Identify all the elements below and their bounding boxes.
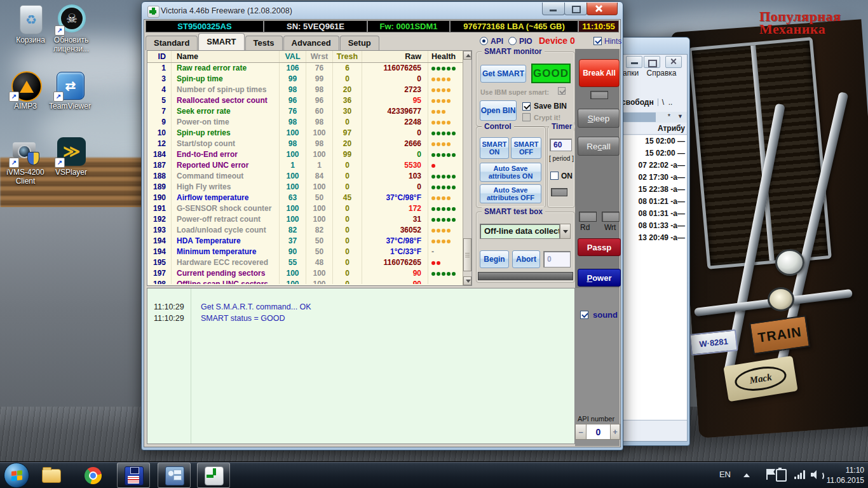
table-row[interactable]: 188Command timeout100840103 [147,171,471,182]
ibm-smart-checkbox[interactable] [558,87,566,95]
table-row[interactable]: 1Raw read error rate106766116076265 [147,63,471,74]
abort-button[interactable]: Abort [512,250,540,268]
test-type-combobox[interactable]: Off-line data collect [480,224,571,239]
desktop-icon-update-license[interactable]: ☠↗ Обновить лицензи... [42,4,100,53]
table-row[interactable]: 194HDA Temperature3750037°C/98°F [147,236,471,247]
table-row[interactable]: 193Load/unload cycle count8282036052 [147,225,471,236]
desktop-icon-teamviewer[interactable]: ⇄↗ TeamViewer [41,70,99,111]
minimize-button[interactable] [542,3,565,15]
file-manager-window[interactable]: апки Справка свободн\ .. * ▼ Атрибу 15 0… [614,37,690,446]
fm-close-button[interactable] [665,56,682,68]
fm-menu-item[interactable]: апки [623,69,639,78]
smart-off-button[interactable]: SMART OFF [511,137,541,159]
open-bin-button[interactable]: Open BIN [480,100,517,121]
timer-value-field[interactable]: 60 [550,139,572,151]
test-count-field[interactable]: 0 [543,251,571,268]
fm-path-bar[interactable]: * ▼ [617,112,687,123]
table-row[interactable]: 9Power-on time989802248 [147,117,471,128]
start-button[interactable] [4,463,29,488]
tray-device-icon[interactable] [776,469,787,482]
volume-icon[interactable] [811,470,822,479]
scroll-up-button[interactable] [463,51,471,60]
taskbar-utility-app-button[interactable] [158,463,191,488]
table-row[interactable]: 190Airflow temperature63504537°C/98°F [147,193,471,203]
table-row[interactable]: 3Spin-up time999900 [147,74,471,85]
table-row[interactable]: 5Reallocated sector count96963695 [147,95,471,106]
file-row[interactable]: 02 17:30 -a— [617,172,687,184]
taskbar-clock[interactable]: 11:10 11.06.2015 [825,465,864,485]
sleep-button[interactable]: Sleep [578,109,620,128]
tab-smart[interactable]: SMART [198,33,244,50]
table-scrollbar[interactable] [463,51,471,285]
column-header-val[interactable]: VAL [280,51,306,62]
column-header-tresh[interactable]: Tresh [333,51,362,62]
column-header-name[interactable]: Name [172,51,280,62]
autosave-off-button[interactable]: Auto Save attributes OFF [480,184,541,203]
language-indicator[interactable]: EN [719,470,731,479]
scrollbar-thumb[interactable] [463,238,471,271]
action-center-icon[interactable] [766,469,768,480]
fm-menu-item[interactable]: Справка [646,69,676,78]
taskbar-explorer-button[interactable] [41,465,62,485]
save-bin-checkbox[interactable] [522,102,531,111]
api-radio[interactable] [480,37,488,45]
fm-up-button[interactable]: .. [668,98,673,107]
fm-star[interactable]: * [668,112,670,120]
hints-checkbox[interactable] [593,37,602,45]
fm-minimize-button[interactable] [626,56,642,68]
power-button[interactable]: Power [578,269,621,287]
file-row[interactable]: 08 01:21 -a— [617,196,687,208]
table-row[interactable]: 198Offline scan UNC sectors100100090 [147,279,471,284]
fm-menubar[interactable]: апки Справка [617,69,687,79]
timer-on-checkbox[interactable] [550,172,559,180]
table-row[interactable]: 189High Fly writes10010000 [147,182,471,193]
fm-file-list[interactable]: 15 02:00 —15 02:00 —07 22:02 -a—02 17:30… [617,135,687,419]
table-row[interactable]: 191G-SENSOR shock counter1001000172 [147,203,471,214]
get-smart-button[interactable]: Get SMART [480,65,526,83]
crypt-checkbox[interactable] [522,113,531,121]
tab-tests[interactable]: Tests [245,36,283,50]
table-row[interactable]: 197Current pending sectors100100090 [147,268,471,279]
table-row[interactable]: 192Power-off retract count100100031 [147,214,471,225]
table-row[interactable]: 10Spin-up retries100100970 [147,128,471,139]
network-icon[interactable] [794,470,806,479]
api-number-decrement[interactable]: – [575,424,587,440]
tab-standard[interactable]: Standard [146,36,198,50]
table-row[interactable]: 184End-to-End error100100990 [147,149,471,160]
maximize-button[interactable] [564,3,587,15]
column-header-raw[interactable]: Raw [362,51,428,62]
file-row[interactable]: 08 01:33 -a— [617,220,687,232]
table-row[interactable]: 12Start/stop count9898202666 [147,139,471,149]
fm-maximize-button[interactable] [644,56,660,68]
column-header-id[interactable]: ID [147,51,172,62]
file-row[interactable]: 08 01:31 -a— [617,208,687,220]
begin-button[interactable]: Begin [480,250,509,268]
file-row[interactable]: 13 20:49 -a— [617,232,687,244]
combo-dropdown-button[interactable] [560,224,571,239]
desktop-icon-vsplayer[interactable]: ≫↗ VSPlayer [42,136,100,177]
pio-radio[interactable] [508,37,517,45]
smart-on-button[interactable]: SMART ON [480,137,509,159]
file-row[interactable]: 15 02:00 — [617,147,687,159]
column-header-health[interactable]: Health [428,51,464,62]
table-row[interactable]: 187Reported UNC error1105530 [147,160,471,171]
table-row[interactable]: 4Number of spin-up times9898202723 [147,85,471,95]
scroll-down-button[interactable] [463,276,471,285]
table-row[interactable]: 7Seek error rate76603042339677 [147,106,471,117]
taskbar-chrome-button[interactable] [83,465,104,485]
file-row[interactable]: 15 22:38 -a— [617,184,687,196]
taskbar-victoria-button[interactable] [197,463,230,488]
column-header-wrst[interactable]: Wrst [306,51,333,62]
taskbar-floppy-app-button[interactable] [117,463,150,488]
fm-root-button[interactable]: \ [662,98,664,107]
file-row[interactable]: 07 22:02 -a— [617,159,687,172]
fm-dropdown-icon[interactable]: ▼ [677,113,683,119]
break-all-button[interactable]: Break All [579,59,620,87]
tab-setup[interactable]: Setup [340,36,379,50]
fm-column-header-attributes[interactable]: Атрибу [617,124,687,135]
autosave-on-button[interactable]: Auto Save attributes ON [480,163,541,182]
file-row[interactable]: 15 02:00 — [617,135,687,147]
victoria-window[interactable]: Victoria 4.46b Freeware (12.08.2008) ST9… [141,1,623,451]
recall-button[interactable]: Recall [578,137,620,156]
table-row[interactable]: 194Minimum temperature905001°C/33°F- [147,247,471,257]
